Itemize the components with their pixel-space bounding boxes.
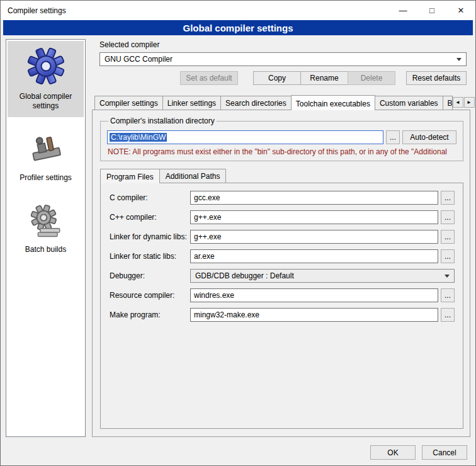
- debugger-dropdown[interactable]: GDB/CDB debugger : Default: [190, 269, 455, 283]
- c-compiler-input[interactable]: [190, 191, 438, 205]
- dynamic-linker-label: Linker for dynamic libs:: [110, 232, 190, 241]
- blue-gear-icon: [26, 46, 66, 86]
- auto-detect-button[interactable]: Auto-detect: [402, 130, 456, 144]
- tab-search-directories[interactable]: Search directories: [220, 96, 292, 110]
- installation-directory-group: Compiler's installation directory C:\ray…: [100, 116, 463, 161]
- c-compiler-browse-button[interactable]: ...: [441, 191, 455, 205]
- main-panel: Selected compiler GNU GCC Compiler Set a…: [92, 39, 470, 437]
- sidebar-item-label: Global compiler settings: [9, 92, 82, 111]
- resource-compiler-row: Resource compiler: ...: [110, 288, 455, 302]
- bin-subdirectory-note: NOTE: All programs must exist either in …: [108, 147, 456, 156]
- maximize-button[interactable]: □: [417, 1, 446, 20]
- resource-compiler-browse-button[interactable]: ...: [441, 288, 455, 302]
- tab-compiler-settings[interactable]: Compiler settings: [94, 96, 163, 110]
- toolchain-executables-page: Compiler's installation directory C:\ray…: [92, 110, 470, 437]
- tab-program-files[interactable]: Program Files: [100, 169, 160, 183]
- installation-directory-group-title: Compiler's installation directory: [108, 116, 217, 125]
- compiler-settings-window: Compiler settings — □ ✕ Global compiler …: [0, 0, 476, 466]
- close-button[interactable]: ✕: [446, 1, 475, 20]
- static-linker-input[interactable]: [190, 249, 438, 263]
- cpp-compiler-input[interactable]: [190, 210, 438, 224]
- sidebar-item-label: Profiler settings: [20, 173, 72, 183]
- sidebar-item-profiler-settings[interactable]: Profiler settings: [8, 126, 84, 189]
- tab-linker-settings[interactable]: Linker settings: [162, 96, 221, 110]
- dynamic-linker-row: Linker for dynamic libs: ...: [110, 230, 455, 244]
- installation-directory-selected-text: C:\raylib\MinGW: [110, 133, 167, 142]
- cancel-button[interactable]: Cancel: [422, 445, 467, 460]
- debugger-row: Debugger: GDB/CDB debugger : Default: [110, 269, 455, 283]
- c-compiler-row: C compiler: ...: [110, 191, 455, 205]
- installation-directory-input[interactable]: C:\raylib\MinGW: [107, 130, 383, 144]
- settings-tabstrip: Compiler settings Linker settings Search…: [94, 94, 470, 110]
- static-linker-label: Linker for static libs:: [110, 252, 190, 261]
- window-title: Compiler settings: [8, 6, 66, 15]
- dynamic-linker-browse-button[interactable]: ...: [441, 230, 455, 244]
- program-files-page: C compiler: ... C++ compiler: ... Linker…: [100, 183, 463, 429]
- ok-button[interactable]: OK: [370, 445, 416, 460]
- static-linker-browse-button[interactable]: ...: [441, 249, 455, 263]
- titlebar: Compiler settings — □ ✕: [1, 1, 475, 20]
- settings-category-sidebar: Global compiler settings Profiler settin…: [6, 39, 86, 437]
- make-program-label: Make program:: [110, 310, 190, 319]
- cpp-compiler-browse-button[interactable]: ...: [441, 210, 455, 224]
- delete-button[interactable]: Delete: [348, 71, 395, 85]
- browse-directory-button[interactable]: ...: [386, 130, 400, 144]
- minimize-button[interactable]: —: [388, 1, 417, 20]
- selected-compiler-value: GNU GCC Compiler: [105, 55, 173, 64]
- sidebar-item-batch-builds[interactable]: Batch builds: [8, 198, 84, 261]
- make-program-input[interactable]: [190, 308, 438, 322]
- copy-button[interactable]: Copy: [253, 71, 301, 85]
- tab-custom-variables[interactable]: Custom variables: [375, 96, 443, 110]
- resource-compiler-label: Resource compiler:: [110, 291, 190, 300]
- dialog-content: Global compiler settings Profiler settin…: [1, 35, 475, 440]
- static-linker-row: Linker for static libs: ...: [110, 249, 455, 263]
- reset-defaults-button[interactable]: Reset defaults: [406, 71, 467, 85]
- make-program-browse-button[interactable]: ...: [441, 308, 455, 322]
- sidebar-item-label: Batch builds: [25, 245, 66, 254]
- debugger-value: GDB/CDB debugger : Default: [195, 271, 294, 280]
- chevron-down-icon: [445, 275, 450, 278]
- dynamic-linker-input[interactable]: [190, 230, 438, 244]
- sidebar-item-global-compiler-settings[interactable]: Global compiler settings: [8, 41, 84, 117]
- tab-scroll-right-button[interactable]: ►: [464, 97, 475, 108]
- chevron-down-icon: [456, 58, 462, 61]
- c-compiler-label: C compiler:: [110, 193, 190, 202]
- selected-compiler-label: Selected compiler: [99, 40, 470, 49]
- tab-toolchain-executables[interactable]: Toolchain executables: [291, 95, 375, 110]
- compiler-actions: Set as default Copy Rename Delete Reset …: [99, 71, 467, 85]
- debugger-label: Debugger:: [110, 271, 190, 280]
- selected-compiler-dropdown[interactable]: GNU GCC Compiler: [99, 52, 467, 66]
- cpp-compiler-label: C++ compiler:: [110, 213, 190, 222]
- profiler-tool-icon: [28, 131, 64, 168]
- make-program-row: Make program: ...: [110, 308, 455, 322]
- page-title: Global compiler settings: [3, 20, 473, 35]
- program-files-tabstrip: Program Files Additional Paths: [100, 168, 463, 183]
- window-controls: — □ ✕: [388, 1, 475, 20]
- tab-build-options[interactable]: Builc: [443, 96, 453, 110]
- rename-button[interactable]: Rename: [300, 71, 348, 85]
- dialog-footer: OK Cancel: [1, 440, 475, 465]
- tab-additional-paths[interactable]: Additional Paths: [159, 169, 227, 183]
- banner-row: Global compiler settings: [1, 20, 475, 35]
- resource-compiler-input[interactable]: [190, 288, 438, 302]
- tab-scroll-left-button[interactable]: ◄: [453, 97, 463, 108]
- set-as-default-button[interactable]: Set as default: [180, 71, 238, 85]
- gray-gear-stack-icon: [28, 203, 64, 239]
- cpp-compiler-row: C++ compiler: ...: [110, 210, 455, 224]
- tab-scroll-buttons: ◄ ►: [453, 97, 475, 108]
